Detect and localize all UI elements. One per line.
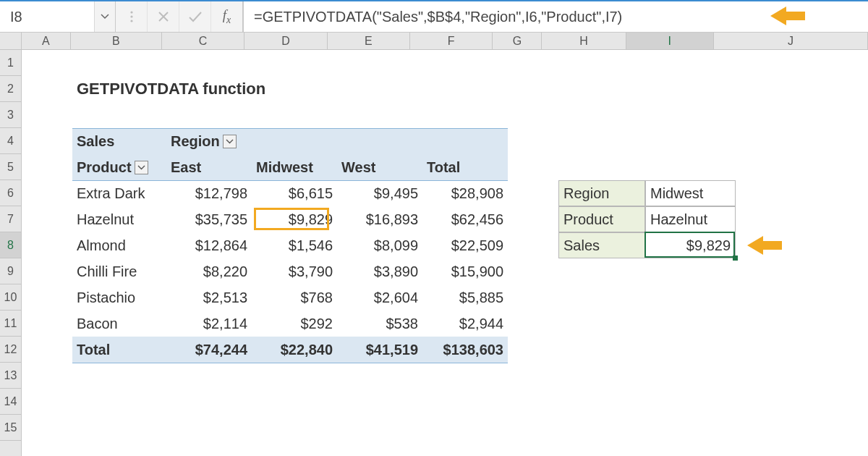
pivot-value: $5,885 (422, 284, 508, 311)
pivot-value: $6,615 (252, 180, 337, 206)
pivot-total-value: $41,519 (337, 337, 422, 363)
row-header[interactable]: 3 (0, 102, 21, 128)
column-header[interactable]: D (244, 33, 327, 49)
column-header[interactable]: B (71, 33, 162, 49)
pivot-row-label: Almond (72, 232, 166, 258)
column-header[interactable]: J (714, 33, 868, 49)
cancel-icon[interactable] (148, 1, 179, 32)
pivot-border (72, 363, 508, 363)
row-header[interactable]: 1 (0, 50, 21, 76)
lookup-product-value[interactable]: Hazelnut (645, 206, 736, 232)
cells-area[interactable]: GETPIVOTDATA function Sales Region Produ… (22, 50, 868, 456)
pivot-value: $62,456 (422, 206, 508, 232)
filter-dropdown-icon[interactable] (223, 135, 237, 148)
column-header[interactable]: C (162, 33, 244, 49)
row-header[interactable]: 6 (0, 180, 21, 206)
row-headers: 123456789101112131415 (0, 50, 22, 456)
pivot-total-value: $22,840 (252, 337, 337, 363)
row-header[interactable]: 10 (0, 284, 21, 311)
pivot-value: $3,790 (252, 258, 337, 284)
pivot-value: $3,890 (337, 258, 422, 284)
pivot-sales-label: Sales (72, 128, 166, 154)
worksheet: ABCDEFGHIJ 123456789101112131415 GETPIVO… (0, 33, 868, 456)
lookup-sales-value[interactable]: $9,829 (645, 232, 736, 258)
row-header[interactable]: 2 (0, 76, 21, 102)
column-headers: ABCDEFGHIJ (22, 33, 868, 50)
pivot-region-label: Region (166, 128, 252, 154)
pivot-value: $768 (252, 284, 337, 311)
select-all-corner[interactable] (0, 33, 22, 50)
svg-point-0 (130, 11, 132, 13)
pivot-total-value: $74,244 (166, 337, 252, 363)
name-box-dropdown[interactable] (95, 14, 115, 20)
filter-dropdown-icon[interactable] (135, 161, 148, 174)
column-header[interactable]: G (493, 33, 542, 49)
column-header[interactable]: A (22, 33, 71, 49)
row-header[interactable]: 8 (0, 232, 21, 258)
pivot-total-label: Total (72, 337, 166, 363)
row-header[interactable]: 13 (0, 363, 21, 389)
lookup-region-value[interactable]: Midwest (645, 180, 736, 206)
lookup-product-label: Product (558, 206, 645, 232)
lookup-sales-label: Sales (558, 232, 645, 258)
row-header[interactable]: 7 (0, 206, 21, 232)
svg-point-2 (130, 20, 132, 22)
row-header[interactable]: 5 (0, 154, 21, 180)
row-header[interactable]: 9 (0, 258, 21, 284)
pivot-product-label-text: Product (77, 159, 132, 176)
pivot-value: $28,908 (422, 180, 508, 206)
pivot-row-label: Bacon (72, 311, 166, 337)
fx-icon[interactable]: fx (211, 1, 243, 32)
column-header[interactable]: F (410, 33, 493, 49)
svg-point-1 (130, 15, 132, 17)
pivot-value: $9,829 (252, 206, 337, 232)
name-box-wrap: I8 (0, 1, 116, 32)
pivot-value: $2,944 (422, 311, 508, 337)
pivot-value: $12,798 (166, 180, 252, 206)
pivot-value: $292 (252, 311, 337, 337)
column-header[interactable]: I (626, 33, 714, 49)
pivot-value: $538 (337, 311, 422, 337)
pivot-value: $8,099 (337, 232, 422, 258)
pivot-value: $9,495 (337, 180, 422, 206)
row-header[interactable]: 4 (0, 128, 21, 154)
pivot-value: $8,220 (166, 258, 252, 284)
pivot-row-label: Pistachio (72, 284, 166, 311)
pivot-value: $1,546 (252, 232, 337, 258)
name-box[interactable]: I8 (0, 1, 95, 32)
pivot-col-header: West (337, 154, 422, 180)
pivot-value: $22,509 (422, 232, 508, 258)
pivot-value: $16,893 (337, 206, 422, 232)
row-header[interactable]: 12 (0, 337, 21, 363)
pivot-col-header: Midwest (252, 154, 337, 180)
pivot-value: $35,735 (166, 206, 252, 232)
formula-input[interactable]: =GETPIVOTDATA("Sales",$B$4,"Region",I6,"… (243, 1, 868, 32)
formula-bar: I8 fx =GETPIVOTDATA("Sales",$B$4,"Region… (0, 0, 868, 33)
row-header[interactable]: 15 (0, 415, 21, 441)
pivot-value: $12,864 (166, 232, 252, 258)
enter-icon[interactable] (179, 1, 211, 32)
pivot-value: $2,604 (337, 284, 422, 311)
pivot-value: $15,900 (422, 258, 508, 284)
pivot-col-header: East (166, 154, 252, 180)
pivot-value: $2,513 (166, 284, 252, 311)
row-header[interactable]: 14 (0, 389, 21, 415)
lookup-region-label: Region (558, 180, 645, 206)
row-header[interactable]: 11 (0, 311, 21, 337)
pivot-row-label: Extra Dark (72, 180, 166, 206)
formula-bar-menu-icon[interactable] (116, 1, 148, 32)
pivot-product-label: Product (72, 154, 166, 180)
pivot-row-label: Chilli Fire (72, 258, 166, 284)
pivot-total-value: $138,603 (422, 337, 508, 363)
pivot-region-label-text: Region (171, 133, 220, 150)
page-title: GETPIVOTDATA function (72, 76, 508, 102)
column-header[interactable]: E (328, 33, 410, 49)
pivot-value: $2,114 (166, 311, 252, 337)
column-header[interactable]: H (542, 33, 626, 49)
pivot-row-label: Hazelnut (72, 206, 166, 232)
pivot-col-header: Total (422, 154, 508, 180)
